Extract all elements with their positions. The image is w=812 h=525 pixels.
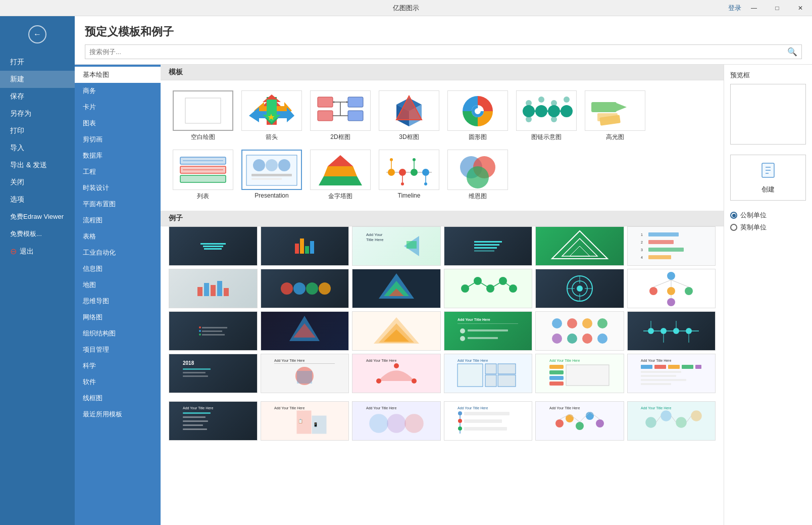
example-item[interactable] <box>627 311 716 351</box>
category-item-industrial[interactable]: 工业自动化 <box>75 245 161 261</box>
category-item-wireframe[interactable]: 线框图 <box>75 390 161 406</box>
svg-rect-0 <box>185 98 221 123</box>
svg-point-52 <box>266 159 278 171</box>
template-3dbox[interactable]: 3D框图 <box>379 90 439 141</box>
example-item[interactable]: Add Your Title Here <box>444 311 533 351</box>
sidebar-item-exit[interactable]: ⊖ 退出 <box>0 243 75 260</box>
login-button[interactable]: 登录 <box>728 4 741 13</box>
svg-marker-58 <box>319 176 362 185</box>
category-item-infographic[interactable]: 信息图 <box>75 261 161 277</box>
category-item-floorplan[interactable]: 平面布置图 <box>75 196 161 212</box>
svg-text:1: 1 <box>641 233 643 236</box>
svg-rect-89 <box>648 255 671 259</box>
example-item[interactable] <box>261 311 349 351</box>
svg-rect-131 <box>468 329 508 331</box>
page-title: 预定义模板和例子 <box>85 24 802 39</box>
unit-metric[interactable]: 公制单位 <box>730 211 806 220</box>
template-pyramid[interactable]: 金字塔图 <box>310 150 371 201</box>
category-item-fashion[interactable]: 时装设计 <box>75 180 161 196</box>
sidebar-item-free-templates[interactable]: 免费模板... <box>0 225 75 243</box>
example-item[interactable] <box>352 311 441 351</box>
category-item-org[interactable]: 组织结构图 <box>75 325 161 342</box>
category-item-clip[interactable]: 剪切画 <box>75 131 161 148</box>
template-venn[interactable]: 维恩图 <box>447 150 508 201</box>
category-item-mindmap[interactable]: 思维导图 <box>75 293 161 309</box>
example-item[interactable]: Add Your Title Here <box>352 354 441 393</box>
template-arrows[interactable]: 箭头 <box>241 90 302 141</box>
sidebar-item-options[interactable]: 选项 <box>0 191 75 208</box>
example-item[interactable] <box>261 226 349 266</box>
template-blank[interactable]: 空白绘图 <box>173 90 233 141</box>
example-item[interactable]: 2018 <box>169 354 258 393</box>
category-item-business[interactable]: 商务 <box>75 83 161 99</box>
category-item-flowchart[interactable]: 流程图 <box>75 212 161 228</box>
preview-box <box>730 84 806 145</box>
example-item[interactable]: Add Your Title Here <box>627 354 716 393</box>
back-button[interactable]: ← <box>0 21 75 47</box>
example-item[interactable]: Add Your Title Here <box>352 401 441 441</box>
example-item[interactable] <box>444 269 533 308</box>
svg-point-218 <box>646 417 656 427</box>
example-item[interactable] <box>535 311 624 351</box>
svg-rect-178 <box>682 365 693 369</box>
template-timeline[interactable]: Timeline <box>379 150 439 201</box>
sidebar-item-import[interactable]: 导入 <box>0 139 75 157</box>
create-button[interactable]: 创建 <box>730 155 806 201</box>
search-input[interactable] <box>89 48 787 56</box>
sidebar-item-new[interactable]: 新建 <box>0 71 75 88</box>
template-label-presentation: Presentation <box>255 192 288 199</box>
template-list[interactable]: 列表 <box>173 150 233 201</box>
example-item[interactable]: Add Your Title Here <box>535 354 624 393</box>
sidebar-item-close[interactable]: 关闭 <box>0 174 75 191</box>
unit-imperial[interactable]: 英制单位 <box>730 223 806 232</box>
category-item-table[interactable]: 表格 <box>75 228 161 245</box>
category-item-software[interactable]: 软件 <box>75 374 161 390</box>
template-highlight[interactable]: 高光图 <box>585 90 645 141</box>
example-item[interactable] <box>535 269 624 308</box>
template-grid: 空白绘图 <box>161 80 724 211</box>
example-item[interactable] <box>261 269 349 308</box>
example-item[interactable] <box>169 311 258 351</box>
sidebar-item-print[interactable]: 打印 <box>0 122 75 139</box>
category-item-network[interactable]: 网络图 <box>75 309 161 325</box>
sidebar-item-save[interactable]: 保存 <box>0 88 75 105</box>
category-item-map[interactable]: 地图 <box>75 277 161 293</box>
search-icon[interactable]: 🔍 <box>787 47 797 57</box>
category-item-basic[interactable]: 基本绘图 <box>75 67 161 83</box>
category-item-project[interactable]: 项目管理 <box>75 342 161 358</box>
sidebar-item-export[interactable]: 导出 & 发送 <box>0 157 75 174</box>
maximize-button[interactable]: □ <box>766 0 789 16</box>
category-item-science[interactable]: 科学 <box>75 358 161 374</box>
minimize-button[interactable]: — <box>742 0 766 16</box>
example-item[interactable] <box>535 226 624 266</box>
template-area: 模板 空白绘图 <box>161 65 724 525</box>
example-item[interactable] <box>627 269 716 308</box>
sidebar-item-open[interactable]: 打开 <box>0 54 75 71</box>
example-item[interactable]: Add Your Title Here <box>169 401 258 441</box>
close-button[interactable]: ✕ <box>789 0 812 16</box>
category-item-card[interactable]: 卡片 <box>75 99 161 115</box>
category-item-database[interactable]: 数据库 <box>75 148 161 164</box>
example-item[interactable] <box>169 226 258 266</box>
template-presentation[interactable]: Presentation <box>241 150 302 201</box>
example-item[interactable]: Add Your Title Here <box>627 401 716 441</box>
example-item[interactable]: Add Your Title Here <box>261 354 349 393</box>
template-2dbox[interactable]: 2D框图 <box>310 90 371 141</box>
category-item-recent[interactable]: 最近所用模板 <box>75 406 161 422</box>
template-chain[interactable]: 图链示意图 <box>516 90 577 141</box>
sidebar-item-viewer[interactable]: 免费Edraw Viewer <box>0 208 75 225</box>
example-item[interactable]: Add Your Title Here <box>535 401 624 441</box>
category-item-chart[interactable]: 图表 <box>75 115 161 131</box>
template-pie[interactable]: 圆形图 <box>447 90 508 141</box>
example-item[interactable]: Add Your Title Here <box>444 354 533 393</box>
example-item[interactable]: Add Your Title Here 📋 📱 <box>261 401 349 441</box>
category-item-engineering[interactable]: 工程 <box>75 164 161 180</box>
example-item[interactable] <box>169 269 258 308</box>
svg-point-142 <box>648 328 654 334</box>
example-item[interactable]: Add Your Title Here <box>444 401 533 441</box>
example-item[interactable] <box>352 269 441 308</box>
sidebar-item-saveas[interactable]: 另存为 <box>0 105 75 122</box>
example-item[interactable] <box>444 226 533 266</box>
example-item[interactable]: Add Your Title Here <box>352 226 441 266</box>
example-item[interactable]: 1 2 3 4 <box>627 226 716 266</box>
